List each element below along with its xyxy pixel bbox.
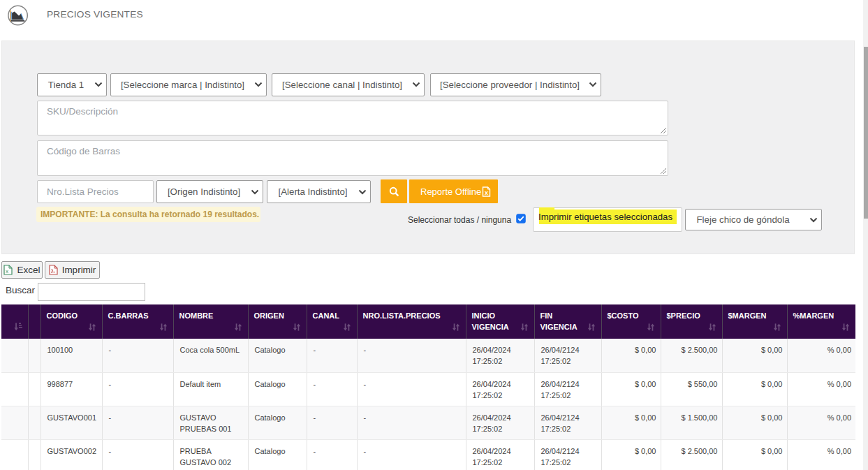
svg-text:x: x xyxy=(6,268,8,274)
svg-text:x: x xyxy=(485,189,488,196)
